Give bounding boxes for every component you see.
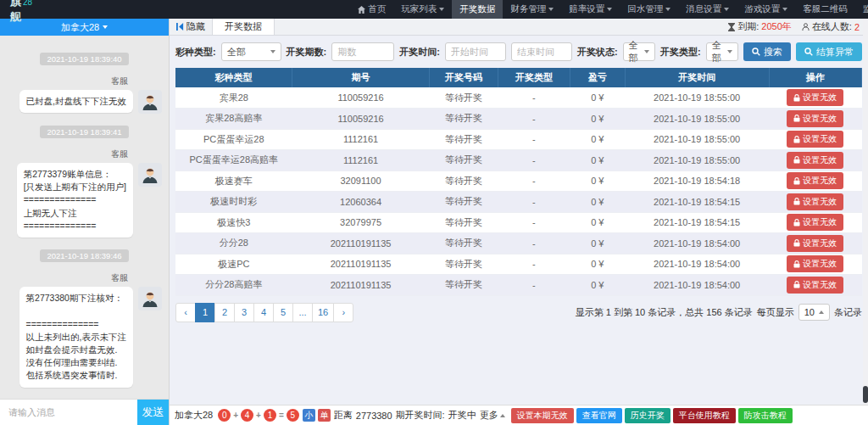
cell-lottery-type: 极速快3 <box>175 212 292 233</box>
set-invalid-button[interactable]: 设置无效 <box>787 255 843 272</box>
draw-sum-ball: 5 <box>287 409 299 422</box>
home-icon <box>358 6 365 14</box>
chevron-down-icon <box>727 50 732 53</box>
anti-attack-tutorial-button[interactable]: 防攻击教程 <box>738 408 793 423</box>
cell-action: 设置无效 <box>769 109 861 130</box>
cell-lottery-type: PC蛋蛋幸运28 <box>175 129 292 150</box>
nav-item-8[interactable]: 客服二维码 <box>795 0 855 19</box>
page-button[interactable]: ... <box>292 303 313 322</box>
draw-number-ball: 4 <box>241 409 253 422</box>
end-time-input[interactable] <box>511 42 572 61</box>
cell-draw-type: - <box>498 171 570 192</box>
tab-draw-data[interactable]: 开奖数据 <box>212 19 275 35</box>
chevron-down-icon <box>665 8 670 11</box>
view-official-site-button[interactable]: 查看官网 <box>576 408 622 423</box>
period-number: 2773380 <box>356 411 392 421</box>
nav-item-1[interactable]: 玩家列表 <box>393 0 452 19</box>
nav-item-6[interactable]: 消息设置 <box>678 0 737 19</box>
cell-period: 202110191135 <box>292 275 430 296</box>
scrollbar-track[interactable] <box>863 19 868 425</box>
nav-item-3[interactable]: 财务管理 <box>503 0 561 19</box>
history-draws-button[interactable]: 历史开奖 <box>625 408 670 423</box>
next-page-button[interactable]: › <box>333 303 353 322</box>
prev-page-button[interactable]: ‹ <box>175 303 196 322</box>
page-size-select[interactable]: 10 <box>798 304 830 321</box>
table-row: 宾果28110059216等待开奖-0 ¥2021-10-19 18:55:00… <box>175 87 862 109</box>
brand-logo[interactable]: 旗舰 28 <box>10 0 32 25</box>
draw-number-ball: 0 <box>218 409 231 422</box>
cell-action: 设置无效 <box>769 150 861 171</box>
draw-time-label: 开奖时间: <box>399 46 440 59</box>
start-time-input[interactable] <box>445 42 506 61</box>
distance-prefix: 距离 <box>334 409 353 422</box>
cell-profit: 0 ¥ <box>570 275 625 296</box>
nav-item-9[interactable]: 监控日志 <box>855 0 868 19</box>
page-button[interactable]: 1 <box>195 303 215 322</box>
hide-sidebar-toggle[interactable]: 隐藏 <box>170 19 212 35</box>
avatar-person-icon <box>141 165 159 184</box>
lock-icon <box>793 177 800 185</box>
search-button[interactable]: 搜索 <box>743 42 791 61</box>
page-button[interactable]: 5 <box>273 303 293 322</box>
set-invalid-button[interactable]: 设置无效 <box>787 193 843 210</box>
table-header-row: 彩种类型期号开奖号码开奖类型盈亏开奖时间操作 <box>175 68 862 87</box>
draw-status-text: 开奖中 <box>448 409 476 422</box>
online-label: 在线人数: <box>812 20 852 33</box>
set-invalid-button[interactable]: 设置无效 <box>787 89 843 106</box>
set-invalid-button[interactable]: 设置无效 <box>787 235 843 252</box>
message-bubble: 第2773379账单信息： [只发送上期有下注的用户] ============… <box>17 163 133 238</box>
page-button[interactable]: 2 <box>214 303 235 322</box>
platform-tutorial-button[interactable]: 平台使用教程 <box>673 408 736 423</box>
set-invalid-button[interactable]: 设置无效 <box>787 152 843 169</box>
chevron-up-icon <box>819 310 824 314</box>
result-badge: 单 <box>318 409 331 422</box>
table-row: 宾果28高赔率110059216等待开奖-0 ¥2021-10-19 18:55… <box>175 109 862 130</box>
cell-period: 1112161 <box>292 129 430 150</box>
message-row: 第2773379账单信息： [只发送上期有下注的用户] ============… <box>17 163 162 238</box>
page-button[interactable]: 4 <box>253 303 274 322</box>
nav-item-5[interactable]: 回水管理 <box>620 0 678 19</box>
cell-draw-time: 2021-10-19 18:54:00 <box>625 233 769 254</box>
settlement-exception-button[interactable]: 结算异常 <box>796 42 862 61</box>
set-invalid-button[interactable]: 设置无效 <box>787 110 843 127</box>
cell-lottery-type: 极速PC <box>175 254 292 275</box>
lottery-type-select[interactable]: 全部 <box>221 42 281 61</box>
message-row: 已封盘,封盘线下下注无效 <box>19 90 162 114</box>
more-label: 更多 <box>480 409 498 422</box>
cell-draw-time: 2021-10-19 18:55:00 <box>625 129 769 150</box>
chat-message-input[interactable] <box>0 400 137 425</box>
chat-sidebar: 加拿大28 2021-10-19 18:39:40客服已封盘,封盘线下下注无效2… <box>0 19 170 425</box>
draw-number-ball: 1 <box>264 409 276 422</box>
send-button[interactable]: 发送 <box>137 400 169 425</box>
avatar-person-icon <box>141 92 159 111</box>
draw-status-select[interactable]: 全部 <box>623 42 655 61</box>
draw-result-group: 0+4+1=5 <box>218 409 299 422</box>
draw-type-select[interactable]: 全部 <box>706 42 738 61</box>
nav-item-7[interactable]: 游戏设置 <box>737 0 795 19</box>
cell-profit: 0 ¥ <box>570 171 625 192</box>
nav-item-0[interactable]: 首页 <box>350 0 393 19</box>
chevron-down-icon <box>439 8 444 11</box>
cell-profit: 0 ¥ <box>570 150 625 171</box>
scrollbar-thumb[interactable] <box>863 386 868 403</box>
page-button[interactable]: 16 <box>312 303 334 322</box>
nav-item-2[interactable]: 开奖数据 <box>452 0 503 19</box>
top-info: 到期: 2050年 在线人数: 2 <box>728 20 868 33</box>
set-invalid-button[interactable]: 设置无效 <box>787 214 843 231</box>
chat-message-list[interactable]: 2021-10-19 18:39:40客服已封盘,封盘线下下注无效2021-10… <box>0 36 169 399</box>
more-toggle[interactable]: 更多 <box>480 409 505 422</box>
set-invalid-button[interactable]: 设置无效 <box>787 172 843 189</box>
chat-message: 客服第2773379账单信息： [只发送上期有下注的用户] ==========… <box>5 148 164 238</box>
page-button[interactable]: 3 <box>234 303 254 322</box>
lock-icon <box>793 156 800 164</box>
nav-item-4[interactable]: 赔率设置 <box>561 0 620 19</box>
column-header: 操作 <box>769 68 861 87</box>
settlement-exception-label: 结算异常 <box>816 46 854 59</box>
nav-item-label: 游戏设置 <box>744 3 780 15</box>
set-period-invalid-button[interactable]: 设置本期无效 <box>511 408 574 423</box>
cell-draw-type: - <box>498 129 570 150</box>
period-input[interactable] <box>331 42 394 61</box>
expire-info: 到期: 2050年 <box>728 20 792 33</box>
set-invalid-button[interactable]: 设置无效 <box>787 277 843 294</box>
set-invalid-button[interactable]: 设置无效 <box>787 131 843 148</box>
